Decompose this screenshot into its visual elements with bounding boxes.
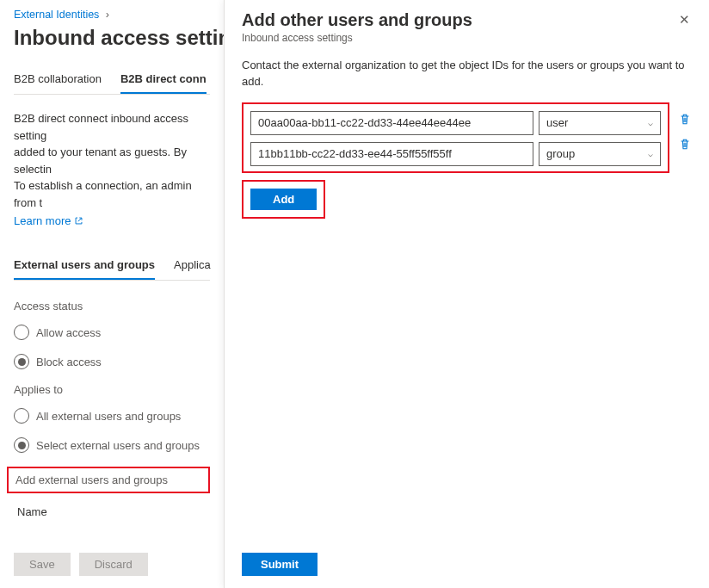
applies-to-label: Applies to [14, 383, 210, 396]
object-id-input[interactable] [250, 142, 533, 166]
close-icon[interactable]: ✕ [677, 10, 692, 29]
trash-icon [679, 113, 691, 126]
tab-b2b-direct-connect[interactable]: B2B direct conn [120, 65, 207, 94]
radio-icon [14, 354, 29, 369]
user-group-row: group ⌵ [250, 142, 661, 166]
tab-b2b-collaboration[interactable]: B2B collaboration [14, 65, 102, 94]
discard-button[interactable]: Discard [79, 553, 148, 576]
chevron-right-icon: › [106, 9, 109, 21]
flyout-subtitle: Inbound access settings [242, 32, 472, 44]
object-id-input[interactable] [250, 111, 533, 135]
open-external-icon [74, 216, 83, 226]
page-title: Inbound access setting [14, 26, 210, 50]
radio-block-access[interactable]: Block access [14, 354, 210, 369]
radio-all-external-users[interactable]: All external users and groups [14, 408, 210, 424]
breadcrumb-parent[interactable]: External Identities [14, 9, 99, 21]
subtab-external-users-groups[interactable]: External users and groups [14, 251, 155, 280]
description-text: B2B direct connect inbound access settin… [14, 110, 210, 211]
add-button[interactable]: Add [250, 189, 317, 210]
flyout-title: Add other users and groups [242, 10, 472, 30]
radio-select-external-users[interactable]: Select external users and groups [14, 437, 210, 453]
flyout-instruction: Contact the external organization to get… [242, 58, 692, 90]
subtab-applications[interactable]: Applica [174, 251, 211, 280]
radio-icon [14, 437, 29, 453]
user-group-row: user ⌵ [250, 111, 661, 135]
type-select[interactable]: user ⌵ [539, 111, 661, 135]
access-status-label: Access status [14, 300, 210, 313]
radio-icon [14, 408, 29, 424]
type-select[interactable]: group ⌵ [539, 142, 661, 166]
column-header-name: Name [17, 505, 210, 518]
delete-row-button[interactable] [678, 113, 692, 126]
radio-icon [14, 325, 29, 340]
radio-allow-access[interactable]: Allow access [14, 325, 210, 340]
submit-button[interactable]: Submit [242, 553, 318, 576]
chevron-down-icon: ⌵ [648, 149, 653, 158]
breadcrumb[interactable]: External Identities › [14, 9, 210, 21]
trash-icon [679, 138, 691, 151]
delete-row-button[interactable] [678, 138, 692, 151]
add-external-users-link[interactable]: Add external users and groups [7, 467, 210, 493]
save-button[interactable]: Save [14, 553, 71, 576]
chevron-down-icon: ⌵ [648, 118, 653, 127]
learn-more-link[interactable]: Learn more [14, 214, 83, 227]
